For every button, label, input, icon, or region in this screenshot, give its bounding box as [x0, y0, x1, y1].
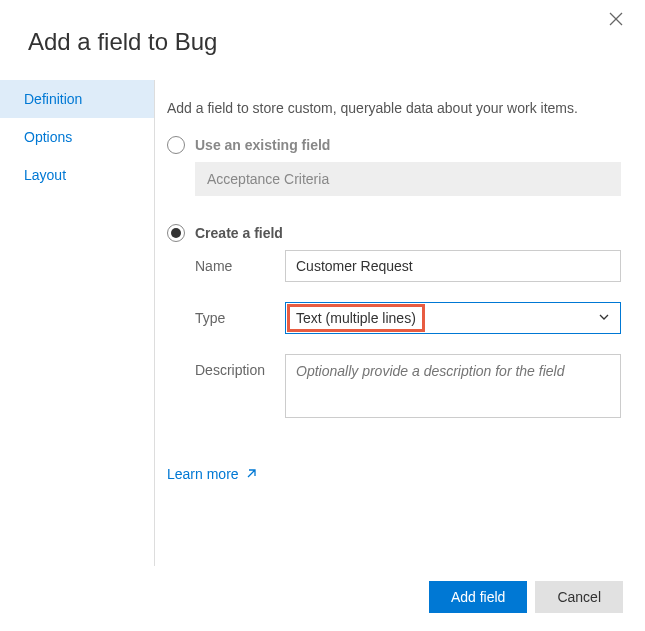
- radio-existing-field[interactable]: Use an existing field: [167, 136, 621, 154]
- existing-field-select: Acceptance Criteria: [195, 162, 621, 196]
- sidebar: Definition Options Layout: [0, 80, 155, 566]
- radio-create-field[interactable]: Create a field: [167, 224, 621, 242]
- radio-create-label: Create a field: [195, 225, 283, 241]
- learn-more-text: Learn more: [167, 466, 239, 482]
- learn-more-link[interactable]: Learn more: [167, 466, 257, 482]
- radio-checked-icon: [167, 224, 185, 242]
- radio-existing-label: Use an existing field: [195, 137, 330, 153]
- chevron-down-icon: [598, 310, 610, 326]
- external-link-icon: [245, 468, 257, 480]
- type-select[interactable]: Text (multiple lines): [285, 302, 621, 334]
- cancel-button[interactable]: Cancel: [535, 581, 623, 613]
- sidebar-item-layout[interactable]: Layout: [0, 156, 154, 194]
- radio-unchecked-icon: [167, 136, 185, 154]
- description-textarea[interactable]: [285, 354, 621, 418]
- sidebar-item-options[interactable]: Options: [0, 118, 154, 156]
- close-button[interactable]: [609, 12, 629, 32]
- add-field-button[interactable]: Add field: [429, 581, 527, 613]
- type-label: Type: [195, 302, 285, 326]
- description-label: Description: [195, 354, 285, 378]
- dialog-footer: Add field Cancel: [429, 581, 623, 613]
- name-label: Name: [195, 250, 285, 274]
- sidebar-item-definition[interactable]: Definition: [0, 80, 154, 118]
- name-input[interactable]: [285, 250, 621, 282]
- dialog: Add a field to Bug Definition Options La…: [0, 0, 645, 631]
- close-icon: [609, 12, 623, 26]
- dialog-title: Add a field to Bug: [0, 0, 645, 80]
- intro-text: Add a field to store custom, queryable d…: [167, 100, 621, 116]
- type-select-value: Text (multiple lines): [296, 310, 416, 326]
- content-panel: Add a field to store custom, queryable d…: [155, 80, 645, 566]
